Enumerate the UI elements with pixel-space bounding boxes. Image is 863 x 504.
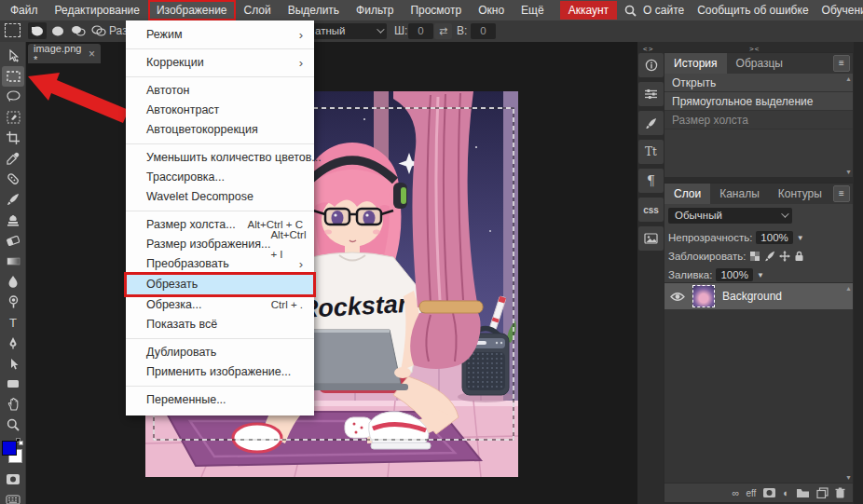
default-colors-icon[interactable] — [16, 438, 24, 445]
healing-brush-tool[interactable] — [2, 169, 24, 189]
menu-item-crop[interactable]: Обрезка...Ctrl + . — [126, 295, 314, 315]
tab-paths[interactable]: Контуры — [769, 184, 831, 204]
blend-mode-select[interactable]: Обычный — [668, 208, 792, 224]
brush-tool[interactable] — [2, 189, 24, 210]
move-tool[interactable] — [2, 46, 24, 66]
clone-stamp-tool[interactable] — [2, 210, 24, 230]
eraser-tool[interactable] — [2, 230, 24, 251]
menu-item-variables[interactable]: Переменные... — [126, 390, 314, 410]
fill-slider-icon[interactable]: ▼ — [757, 271, 764, 279]
height-input[interactable]: 0 — [471, 23, 496, 39]
gradient-tool[interactable] — [2, 251, 24, 271]
foreground-color-swatch[interactable] — [2, 441, 17, 456]
link-layers-icon[interactable]: ∞ — [733, 486, 740, 499]
menu-more[interactable]: Ещё — [514, 2, 551, 19]
menu-item-image-size[interactable]: Размер изображения...Alt+Ctrl + I — [126, 235, 314, 254]
type-tool[interactable]: T — [2, 312, 24, 333]
selection-mode-new[interactable] — [28, 22, 47, 39]
selection-mode-subtract[interactable] — [69, 22, 88, 39]
lock-position-icon[interactable] — [779, 251, 790, 262]
lasso-tool[interactable] — [2, 87, 24, 107]
layer-thumbnail[interactable] — [692, 285, 715, 307]
account-button[interactable]: Аккаунт — [560, 1, 617, 20]
opacity-input[interactable]: 100% — [756, 231, 792, 244]
selection-mode-intersect[interactable] — [89, 22, 108, 39]
eyedropper-tool[interactable] — [2, 148, 24, 169]
opacity-slider-icon[interactable]: ▼ — [797, 234, 804, 242]
menu-item-apply-image[interactable]: Применить изображение... — [126, 362, 314, 382]
menu-item-autotone[interactable]: Автотон — [126, 81, 314, 101]
menu-item-vectorize[interactable]: Трассировка... — [126, 168, 314, 187]
layer-row-background[interactable]: Background — [664, 283, 853, 309]
pen-tool[interactable] — [2, 333, 24, 353]
close-icon[interactable]: × — [89, 48, 95, 61]
adjustment-layer-icon[interactable]: ◐ — [783, 486, 789, 499]
width-input[interactable]: 0 — [408, 23, 433, 39]
tool-preset-icon[interactable] — [5, 23, 21, 37]
brush-panel-icon[interactable] — [638, 111, 664, 135]
scroll-up-icon[interactable]: ▲ — [845, 75, 852, 82]
info-panel-icon[interactable] — [638, 53, 664, 77]
history-step-rect-select[interactable]: Прямоугольное выделение — [664, 92, 853, 111]
scroll-down-icon[interactable]: ▼ — [845, 474, 852, 481]
quick-selection-tool[interactable] — [2, 107, 24, 128]
panel-menu-button[interactable]: ≡ — [833, 185, 850, 202]
glyphs-panel-icon[interactable]: Tt — [638, 140, 664, 164]
menu-item-reveal-all[interactable]: Показать всё — [126, 315, 314, 334]
lock-pixels-icon[interactable] — [764, 251, 775, 262]
history-step-canvas-size[interactable]: Размер холста — [664, 111, 853, 129]
document-tab[interactable]: image.png * × — [28, 44, 101, 63]
properties-panel-icon[interactable] — [638, 82, 664, 106]
scroll-up-icon[interactable]: ▲ — [845, 285, 852, 292]
paragraph-panel-icon[interactable]: ¶ — [638, 169, 664, 193]
menu-image[interactable]: Изображение — [150, 2, 234, 19]
menu-item-adjustments[interactable]: Коррекции› — [126, 53, 314, 73]
link-about[interactable]: О сайте — [637, 2, 691, 19]
quick-mask-button[interactable] — [2, 469, 24, 489]
crop-tool[interactable] — [2, 128, 24, 148]
image-panel-icon[interactable] — [638, 226, 664, 251]
hand-tool[interactable] — [2, 394, 24, 415]
rectangle-select-tool[interactable] — [2, 66, 24, 87]
menu-select[interactable]: Выделить — [281, 2, 346, 19]
menu-item-autocontrast[interactable]: Автоконтраст — [126, 101, 314, 120]
menu-item-mode[interactable]: Режим› — [126, 25, 314, 45]
tab-history[interactable]: История — [664, 53, 727, 74]
new-layer-icon[interactable] — [816, 486, 829, 499]
lock-transparency-icon[interactable] — [749, 251, 760, 262]
lock-all-icon[interactable] — [794, 251, 804, 262]
new-group-icon[interactable] — [796, 486, 810, 499]
tab-swatches[interactable]: Образцы — [727, 53, 792, 74]
visibility-eye-icon[interactable] — [670, 292, 685, 302]
link-learn[interactable]: Обучение — [815, 2, 863, 19]
link-report-bug[interactable]: Сообщить об ошибке — [691, 2, 815, 19]
path-select-tool[interactable] — [2, 353, 24, 374]
delete-layer-icon[interactable] — [835, 486, 845, 499]
search-icon[interactable] — [624, 3, 637, 18]
menu-view[interactable]: Просмотр — [404, 2, 468, 19]
zoom-tool[interactable] — [2, 415, 24, 435]
menu-file[interactable]: Файл — [4, 2, 45, 19]
menu-item-duplicate[interactable]: Дублировать — [126, 343, 314, 362]
menu-item-wavelet-decompose[interactable]: Wavelet Decompose — [126, 187, 314, 207]
panel-menu-button[interactable]: ≡ — [833, 55, 850, 72]
menu-item-reduce-colors[interactable]: Уменьшить количество цветов... — [126, 148, 314, 168]
tab-channels[interactable]: Каналы — [710, 184, 769, 204]
css-panel-icon[interactable]: css — [638, 198, 664, 222]
canvas-area[interactable]: image.png * × — [26, 42, 637, 504]
keyboard-shortcuts-button[interactable] — [2, 489, 24, 504]
tab-layers[interactable]: Слои — [664, 184, 710, 204]
layer-mask-icon[interactable] — [762, 486, 776, 499]
swap-dimensions-button[interactable]: ⇄ — [434, 23, 452, 39]
menu-item-autocolor[interactable]: Автоцветокоррекция — [126, 120, 314, 140]
fill-input[interactable]: 100% — [716, 268, 752, 281]
menu-window[interactable]: Окно — [472, 2, 511, 19]
shape-tool[interactable] — [2, 374, 24, 394]
collapse-strip-icon[interactable]: <> — [643, 45, 653, 53]
menu-edit[interactable]: Редактирование — [48, 2, 146, 19]
layer-effects-icon[interactable]: eff — [746, 486, 756, 499]
dodge-tool[interactable] — [2, 292, 24, 312]
scroll-down-icon[interactable]: ▼ — [845, 169, 852, 175]
menu-filter[interactable]: Фильтр — [349, 2, 400, 19]
selection-mode-add[interactable] — [48, 22, 67, 39]
